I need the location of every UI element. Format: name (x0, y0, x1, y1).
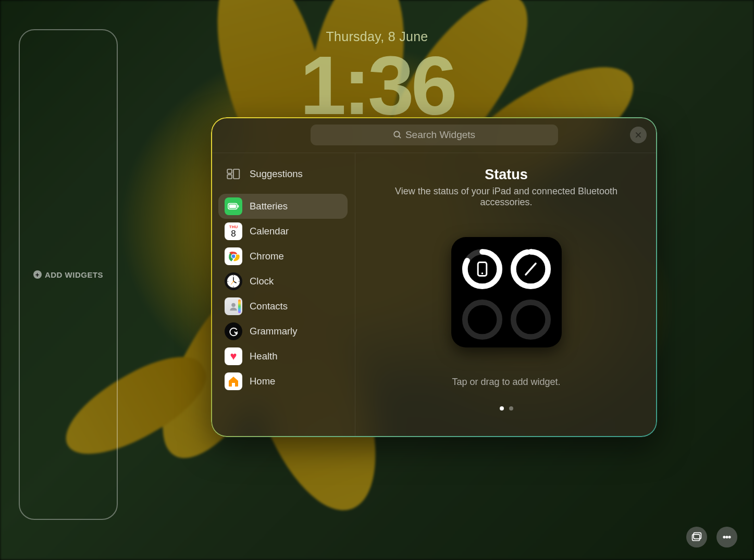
grammarly-icon (225, 322, 242, 340)
plus-icon: + (33, 270, 42, 279)
sidebar-item-label: Health (250, 351, 277, 362)
widget-category-sidebar: Suggestions Batteries THU 8 Calendar (211, 153, 355, 437)
detail-description: View the status of your iPad and connect… (370, 186, 642, 208)
battery-icon (225, 197, 242, 215)
search-placeholder: Search Widgets (405, 129, 475, 141)
sidebar-item-label: Chrome (250, 251, 284, 262)
svg-rect-9 (238, 205, 239, 208)
home-icon (225, 372, 242, 390)
detail-hint: Tap or drag to add widget. (452, 377, 560, 388)
svg-point-37 (728, 536, 730, 538)
sidebar-item-home[interactable]: Home (218, 369, 348, 394)
svg-point-32 (513, 302, 548, 337)
panel-header: Search Widgets (211, 117, 657, 153)
close-button[interactable] (630, 127, 647, 143)
page-dot-2[interactable] (509, 406, 513, 410)
clock-icon (225, 272, 242, 290)
add-widgets-button[interactable]: + ADD WIDGETS (33, 270, 103, 279)
detail-title: Status (485, 167, 528, 183)
add-widgets-label: ADD WIDGETS (45, 270, 103, 279)
svg-rect-6 (233, 169, 239, 179)
sidebar-item-label: Suggestions (250, 168, 303, 180)
chrome-icon (225, 247, 242, 265)
svg-point-31 (465, 302, 499, 337)
sidebar-item-label: Contacts (250, 301, 288, 312)
sidebar-item-label: Calendar (250, 226, 289, 237)
search-input[interactable]: Search Widgets (311, 125, 558, 145)
sidebar-item-label: Home (250, 376, 275, 387)
sidebar-item-health[interactable]: ♥ Health (218, 344, 348, 369)
battery-ring-ipad (461, 246, 504, 292)
suggestions-icon (225, 165, 242, 183)
sidebar-item-grammarly[interactable]: Grammarly (218, 319, 348, 344)
sidebar-item-chrome[interactable]: Chrome (218, 244, 348, 269)
more-icon (721, 531, 733, 543)
battery-ring-empty-1 (461, 297, 504, 342)
search-icon (393, 130, 402, 140)
svg-point-27 (481, 272, 483, 275)
sidebar-item-calendar[interactable]: THU 8 Calendar (218, 219, 348, 244)
svg-point-22 (233, 281, 234, 282)
page-indicator[interactable] (500, 406, 513, 410)
sidebar-item-clock[interactable]: Clock (218, 269, 348, 294)
calendar-icon: THU 8 (225, 222, 242, 240)
battery-ring-empty-2 (509, 297, 552, 342)
sidebar-item-batteries[interactable]: Batteries (218, 194, 348, 219)
svg-point-36 (726, 536, 727, 538)
close-icon (635, 131, 642, 139)
svg-point-23 (231, 303, 236, 307)
widget-drop-zone[interactable]: + ADD WIDGETS (19, 29, 118, 520)
sidebar-item-contacts[interactable]: Contacts (218, 294, 348, 319)
sidebar-item-label: Grammarly (250, 326, 297, 337)
health-icon: ♥ (225, 347, 242, 365)
battery-ring-pencil (509, 246, 552, 292)
sidebar-item-suggestions[interactable]: Suggestions (218, 161, 348, 186)
photos-icon (691, 531, 702, 543)
page-dot-1[interactable] (500, 406, 504, 410)
contacts-icon (225, 297, 242, 315)
svg-line-1 (399, 136, 401, 138)
more-button[interactable] (716, 527, 737, 547)
sidebar-item-label: Clock (250, 276, 274, 287)
svg-point-35 (723, 536, 725, 538)
photos-button[interactable] (686, 527, 707, 547)
widget-gallery-panel: Search Widgets Suggestions Batteries (211, 117, 657, 437)
widget-detail-pane: Status View the status of your iPad and … (355, 153, 657, 437)
sidebar-item-label: Batteries (250, 201, 288, 212)
svg-rect-8 (229, 204, 236, 208)
svg-line-30 (526, 264, 536, 275)
svg-rect-4 (227, 169, 232, 173)
svg-rect-5 (227, 175, 232, 179)
widget-preview[interactable] (451, 237, 562, 347)
svg-point-0 (394, 131, 400, 137)
